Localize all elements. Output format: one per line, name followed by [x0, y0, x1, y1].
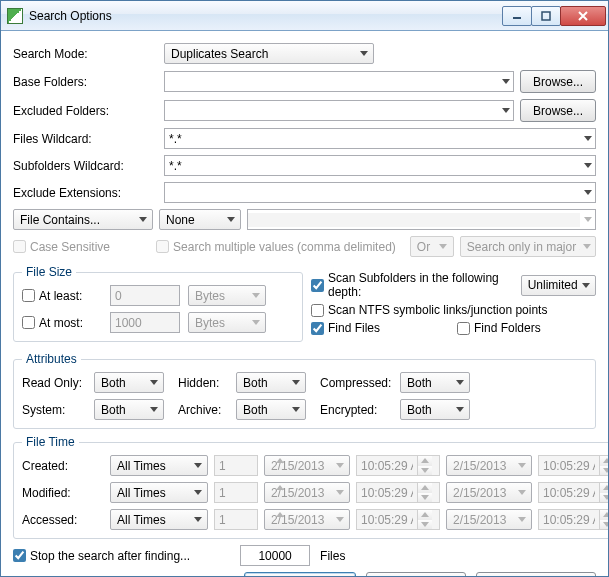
archive-combo[interactable]: Both: [236, 399, 306, 420]
close-dialog-button[interactable]: Close: [366, 572, 466, 576]
modified-time-to: [538, 482, 608, 503]
at-least-value: [110, 285, 180, 306]
subfolders-wildcard-input[interactable]: [164, 155, 596, 176]
start-search-button[interactable]: Start Search: [244, 572, 356, 576]
label-base-folders: Base Folders:: [13, 75, 158, 89]
at-least-check[interactable]: At least:: [22, 289, 102, 303]
browse-base-button[interactable]: Browse...: [520, 70, 596, 93]
label-excluded-folders: Excluded Folders:: [13, 104, 158, 118]
encrypted-combo[interactable]: Both: [400, 399, 470, 420]
accessed-mode-combo[interactable]: All Times: [110, 509, 208, 530]
find-files-check[interactable]: Find Files: [311, 321, 451, 335]
svg-rect-1: [542, 12, 550, 20]
stop-after-check[interactable]: Stop the search after finding...: [13, 549, 190, 563]
file-size-group: File Size At least: Bytes At most: Bytes: [13, 265, 303, 342]
modified-count: [214, 482, 258, 503]
label-system: System:: [22, 403, 94, 417]
scan-subfolders-check[interactable]: Scan Subfolders in the following depth:: [311, 271, 515, 299]
label-search-mode: Search Mode:: [13, 47, 158, 61]
created-time-from: [356, 455, 440, 476]
browse-excluded-button[interactable]: Browse...: [520, 99, 596, 122]
file-contains-value-input: [247, 209, 596, 230]
multi-values-check: Search multiple values (comma delimited): [156, 240, 396, 254]
major-streams-combo: Search only in major stre: [460, 236, 596, 257]
system-combo[interactable]: Both: [94, 399, 164, 420]
reset-button[interactable]: Reset To Default: [476, 572, 596, 576]
app-icon: [7, 8, 23, 24]
label-exclude-extensions: Exclude Extensions:: [13, 186, 158, 200]
created-mode-combo[interactable]: All Times: [110, 455, 208, 476]
svg-rect-0: [513, 17, 521, 19]
attributes-group: Attributes Read Only: Both Hidden: Both …: [13, 352, 596, 429]
readonly-combo[interactable]: Both: [94, 372, 164, 393]
minimize-button[interactable]: [502, 6, 532, 26]
file-size-legend: File Size: [22, 265, 76, 279]
attributes-legend: Attributes: [22, 352, 81, 366]
excluded-folders-input[interactable]: [164, 100, 514, 121]
modified-time-from: [356, 482, 440, 503]
stop-after-count[interactable]: [240, 545, 310, 566]
find-folders-check[interactable]: Find Folders: [457, 321, 541, 335]
created-count: [214, 455, 258, 476]
created-date-to: 2/15/2013: [446, 455, 532, 476]
scan-ntfs-check[interactable]: Scan NTFS symbolic links/junction points: [311, 303, 547, 317]
label-accessed: Accessed:: [22, 513, 104, 527]
titlebar[interactable]: Search Options: [1, 1, 608, 31]
at-most-unit: Bytes: [188, 312, 266, 333]
file-contains-combo[interactable]: File Contains...: [13, 209, 153, 230]
case-sensitive-check: Case Sensitive: [13, 240, 110, 254]
files-wildcard-input[interactable]: [164, 128, 596, 149]
file-time-legend: File Time: [22, 435, 79, 449]
at-most-value: [110, 312, 180, 333]
modified-date-to: 2/15/2013: [446, 482, 532, 503]
maximize-button[interactable]: [531, 6, 561, 26]
label-encrypted: Encrypted:: [320, 403, 400, 417]
label-archive: Archive:: [178, 403, 236, 417]
accessed-time-to: [538, 509, 608, 530]
base-folders-input[interactable]: [164, 71, 514, 92]
hidden-combo[interactable]: Both: [236, 372, 306, 393]
or-and-combo: Or: [410, 236, 454, 257]
accessed-time-from: [356, 509, 440, 530]
dialog-content: Search Mode: Duplicates Search Base Fold…: [1, 31, 608, 576]
label-modified: Modified:: [22, 486, 104, 500]
stop-after-unit: Files: [320, 549, 345, 563]
file-time-group: File Time Created:All Times2/15/20132/15…: [13, 435, 608, 539]
created-time-to: [538, 455, 608, 476]
modified-mode-combo[interactable]: All Times: [110, 482, 208, 503]
accessed-count: [214, 509, 258, 530]
accessed-date-to: 2/15/2013: [446, 509, 532, 530]
at-most-check[interactable]: At most:: [22, 316, 102, 330]
at-least-unit: Bytes: [188, 285, 266, 306]
compressed-combo[interactable]: Both: [400, 372, 470, 393]
label-subfolders-wildcard: Subfolders Wildcard:: [13, 159, 158, 173]
label-files-wildcard: Files Wildcard:: [13, 132, 158, 146]
label-hidden: Hidden:: [178, 376, 236, 390]
search-options-window: Search Options Search Mode: Duplicates S…: [0, 0, 609, 577]
label-created: Created:: [22, 459, 104, 473]
close-button[interactable]: [560, 6, 606, 26]
label-compressed: Compressed:: [320, 376, 400, 390]
search-mode-combo[interactable]: Duplicates Search: [164, 43, 374, 64]
label-readonly: Read Only:: [22, 376, 94, 390]
depth-combo[interactable]: Unlimited: [521, 275, 596, 296]
file-contains-mode-combo[interactable]: None: [159, 209, 241, 230]
exclude-extensions-input[interactable]: [164, 182, 596, 203]
window-title: Search Options: [29, 9, 112, 23]
